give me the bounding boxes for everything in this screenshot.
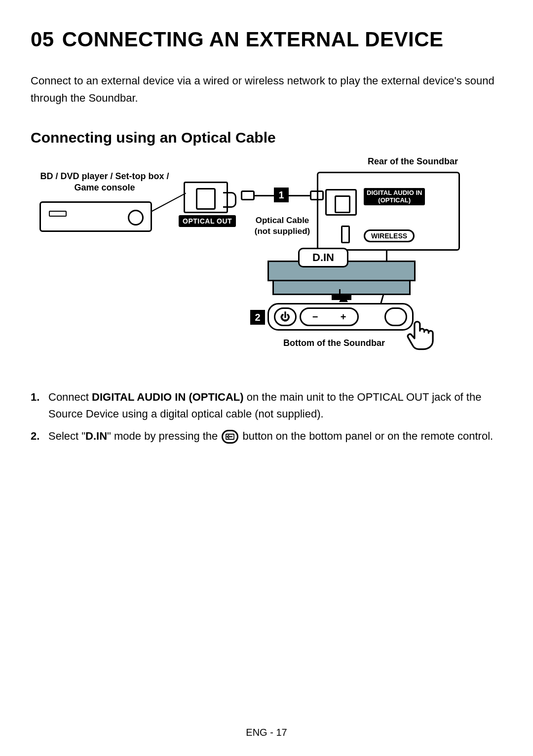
step-number: 1. <box>31 389 48 422</box>
minus-icon: − <box>312 311 318 323</box>
volume-buttons[interactable]: − + <box>300 307 359 326</box>
cable-plug-left <box>241 190 255 200</box>
source-button-inline-icon <box>222 430 238 444</box>
chapter-title: 05CONNECTING AN EXTERNAL DEVICE <box>31 28 502 51</box>
intro-paragraph: Connect to an external device via a wire… <box>31 72 502 107</box>
callout-1: 1 <box>274 188 289 202</box>
connection-diagram: Rear of the Soundbar BD / DVD player / S… <box>31 162 502 374</box>
chapter-title-text: CONNECTING AN EXTERNAL DEVICE <box>62 28 444 51</box>
step-body: Connect DIGITAL AUDIO IN (OPTICAL) on th… <box>48 389 502 422</box>
step-body: Select "D.IN" mode by pressing the butto… <box>48 428 502 445</box>
plus-icon: + <box>341 311 346 323</box>
callout-2: 2 <box>250 310 265 325</box>
rear-panel-graphic: DIGITAL AUDIO IN (OPTICAL) WIRELESS <box>317 172 460 251</box>
rear-of-soundbar-label: Rear of the Soundbar <box>368 156 458 167</box>
source-device-knob <box>128 210 144 226</box>
instruction-steps: 1.Connect DIGITAL AUDIO IN (OPTICAL) on … <box>31 389 502 444</box>
pointer-arrow-icon <box>339 294 348 302</box>
step-2: 2.Select "D.IN" mode by pressing the but… <box>31 428 502 445</box>
wireless-label: WIRELESS <box>364 229 415 242</box>
bottom-of-soundbar-label: Bottom of the Soundbar <box>267 338 401 349</box>
step-1: 1.Connect DIGITAL AUDIO IN (OPTICAL) on … <box>31 389 502 422</box>
usb-port-graphic <box>341 226 350 243</box>
digital-audio-in-label: DIGITAL AUDIO IN (OPTICAL) <box>364 188 425 205</box>
chapter-number: 05 <box>31 28 54 51</box>
source-device-graphic <box>39 201 152 232</box>
digital-audio-in-jack <box>325 189 357 216</box>
power-button[interactable]: ⏻ <box>274 307 297 326</box>
page-footer: ENG - 17 <box>0 727 533 738</box>
hand-pointer-icon <box>404 317 438 351</box>
source-device-leader-line <box>151 193 187 212</box>
source-device-label: BD / DVD player / Set-top box / Game con… <box>31 171 179 193</box>
soundbar-bottom-controls: ⏻ − + <box>267 303 414 331</box>
optical-cable-label: Optical Cable (not supplied) <box>248 215 317 236</box>
source-device-slot <box>49 211 67 217</box>
section-title: Connecting using an Optical Cable <box>31 129 502 146</box>
power-icon: ⏻ <box>280 311 290 323</box>
din-display-badge: D.IN <box>298 248 348 267</box>
optical-out-tag: OPTICAL OUT <box>179 215 236 227</box>
optical-out-jack-graphic <box>184 182 228 213</box>
step-number: 2. <box>31 428 48 445</box>
